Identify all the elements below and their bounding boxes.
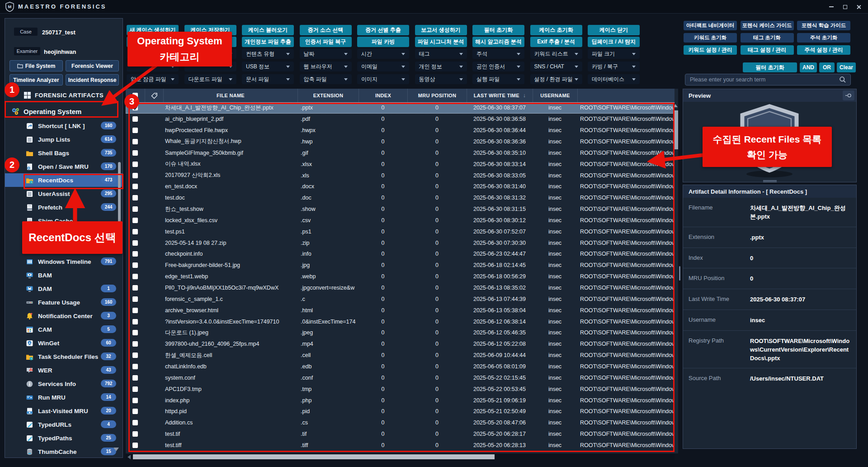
column-header-index[interactable]: INDEX <box>359 89 407 102</box>
table-row[interactable]: system.conf.conf002025-05-22 02:15:45ins… <box>126 372 675 383</box>
row-checkbox[interactable] <box>132 353 138 358</box>
nav-file-system-button[interactable]: File System <box>9 60 63 71</box>
sidebar-item-shell-bags[interactable]: Shell Bags735 <box>5 146 123 160</box>
sidebar-item-windows-timeline[interactable]: Windows Timeline791 <box>5 255 123 268</box>
sidebar-item-dam[interactable]: DAM1 <box>5 282 123 295</box>
toolbar-button-r1-7[interactable]: 필터 초기화 <box>472 25 524 35</box>
filter-reset-button[interactable]: 필터 초기화 <box>743 62 797 72</box>
table-row[interactable]: en_test.docx.docx002025-06-30 08:31:40in… <box>126 181 675 192</box>
sidebar-item-services-info[interactable]: Services Info792 <box>5 377 123 391</box>
table-row[interactable]: 차세대_A.I_발전방향_AI_Chip_완성본.pptx.pptx002025… <box>126 102 675 114</box>
sidebar-item-userassist[interactable]: UserAssist295 <box>5 187 123 200</box>
table-row[interactable]: index.php.php002025-05-21 09:06:19insecR… <box>126 395 675 406</box>
close-button[interactable] <box>852 0 865 14</box>
column-header-extension[interactable]: EXTENSION <box>297 89 359 102</box>
toolbar-button-r1-3[interactable]: 케이스 불러오기 <box>242 25 294 35</box>
minimize-button[interactable] <box>825 0 838 14</box>
table-scroll-up-icon[interactable] <box>673 104 678 107</box>
sort-descending-icon[interactable]: ↓ <box>523 92 526 99</box>
row-checkbox[interactable] <box>132 375 138 381</box>
toolbar-button-r2-8[interactable]: Exif 추출 / 분석 <box>530 37 582 47</box>
row-checkbox[interactable] <box>132 240 138 246</box>
filter-dropdown-r3-4[interactable]: 압축 파일 <box>300 74 352 84</box>
toolbar-button-r2-5[interactable]: 파일 카빙 <box>357 37 409 47</box>
sidebar-item-wer[interactable]: WER43 <box>5 363 123 377</box>
filter-dropdown-r3-9[interactable]: 데이터베이스 <box>588 74 640 84</box>
table-row[interactable]: 한쇼_test.show.show002025-06-30 08:31:15in… <box>126 204 675 215</box>
table-row[interactable]: test.doc.doc002025-06-30 08:31:32insecRO… <box>126 192 675 204</box>
filter-dropdown-r3-5[interactable]: 이미지 <box>357 74 409 84</box>
row-checkbox[interactable] <box>132 431 138 437</box>
row-checkbox[interactable] <box>132 420 138 425</box>
table-row[interactable]: test.ps1.ps1002025-06-30 07:52:07insecRO… <box>126 226 675 237</box>
toolbar-button-r2-3[interactable]: 개인정보 파일 추출 <box>242 37 294 47</box>
preview-resize-handle[interactable] <box>763 180 777 181</box>
row-checkbox[interactable] <box>132 251 138 257</box>
row-checkbox[interactable] <box>132 274 138 279</box>
sidebar-item-prefetch[interactable]: Prefetch244 <box>5 200 123 214</box>
row-checkbox[interactable] <box>132 330 138 335</box>
table-row[interactable]: checkpoint.info.info002025-06-23 02:44:4… <box>126 248 675 260</box>
filter-dropdown-r3-7[interactable]: 실행 파일 <box>472 74 524 84</box>
toolbar-button-r1-9[interactable]: 케이스 닫기 <box>588 25 640 35</box>
table-row[interactable]: Pll0_TO-ji9nAoBMIjXX1b5Oc3i7-mq9wXDwX.jp… <box>126 282 675 294</box>
table-row[interactable]: 다운로드 (1).jpeg.jpeg002025-06-12 05:46:35i… <box>126 327 675 338</box>
sidebar-item-winget[interactable]: WinGet60 <box>5 336 123 350</box>
toolbar-button-r1-5[interactable]: 증거 선별 추출 <box>357 25 409 35</box>
rp-reset-button-1[interactable]: 키워드 초기화 <box>684 33 737 43</box>
sidebar-item-open-save-mru[interactable]: Open / Save MRU170 <box>5 160 123 173</box>
table-row[interactable]: httpd.pid.pid002025-05-21 02:50:49insecR… <box>126 406 675 417</box>
sidebar-item-typedpaths[interactable]: TypedPaths25 <box>5 431 123 445</box>
sidebar-item-recentdocs[interactable]: RecentDocs473 <box>5 173 123 187</box>
filter-dropdown-r1-4[interactable]: 날짜 <box>300 49 352 59</box>
filter-dropdown-r2-9[interactable]: 카빙 / 복구 <box>588 62 640 71</box>
row-checkbox[interactable] <box>132 206 138 212</box>
filter-dropdown-r1-5[interactable]: 시간 <box>357 49 409 59</box>
column-header-mru-position[interactable]: MRU POSITION <box>407 89 467 102</box>
sidebar-scroll-down-icon[interactable] <box>113 448 119 451</box>
column-header-registry-path[interactable] <box>577 89 675 102</box>
table-row[interactable]: Whale_동글키지참신청서.hwp.hwp002025-06-30 08:36… <box>126 136 675 148</box>
or-operator-button[interactable]: OR <box>819 62 835 72</box>
table-row[interactable]: forensic_c_sample_1.c.c002025-06-13 07:4… <box>126 293 675 305</box>
table-row[interactable]: 20170927 산악회2.xls.xls002025-06-30 08:33:… <box>126 170 675 181</box>
filter-dropdown-r3-8[interactable]: 설정 / 환경 파일 <box>530 74 582 84</box>
row-checkbox[interactable] <box>132 162 138 167</box>
rp-nav-button-1[interactable]: 아티팩트 네비게이터 <box>684 21 737 30</box>
table-row[interactable]: hwpProctected File.hwpx.hwpx002025-06-30… <box>126 125 675 136</box>
column-header-file-name[interactable]: FILE NAME <box>163 89 297 102</box>
clear-button[interactable]: Clear <box>837 62 856 72</box>
row-checkbox[interactable] <box>132 398 138 403</box>
sidebar-item-feature-usage[interactable]: Feature Usage160 <box>5 295 123 309</box>
sidebar-item-notification-center[interactable]: Notification Center3 <box>5 309 123 323</box>
row-checkbox[interactable] <box>132 386 138 392</box>
toolbar-button-r2-9[interactable]: 딥페이크 / AI 탐지 <box>588 37 640 47</box>
row-checkbox[interactable] <box>132 139 138 144</box>
table-row[interactable]: ai_chip_blueprint_2.pdf.pdf002025-06-30 … <box>126 114 675 125</box>
rp-manage-button-1[interactable]: 키워드 설정 / 관리 <box>684 45 737 55</box>
rp-manage-button-3[interactable]: 주석 설정 / 관리 <box>797 45 850 55</box>
filter-dropdown-r3-3[interactable]: 문서 파일 <box>242 74 294 84</box>
column-header-last-write-time[interactable]: LAST WRITE TIME↓ <box>467 89 533 102</box>
table-row[interactable]: ?instVersion=3.4.0.0&instExecTime=174971… <box>126 316 675 327</box>
sidebar-item-task-scheduler-files[interactable]: Task Scheduler Files32 <box>5 350 123 363</box>
table-row[interactable]: 2025-05-14 19 08 27.zip.zip002025-06-30 … <box>126 237 675 248</box>
filter-dropdown-r1-8[interactable]: 키워드 리스트 <box>530 49 582 59</box>
rp-manage-button-2[interactable]: 태그 설정 / 관리 <box>741 45 794 55</box>
toolbar-button-r1-6[interactable]: 보고서 생성하기 <box>415 25 467 35</box>
preview-collapse-button[interactable] <box>843 91 854 100</box>
toolbar-button-r2-6[interactable]: 파일 시그니처 분석 <box>415 37 467 47</box>
table-row[interactable]: locked_xlsx_files.csv.csv002025-06-30 08… <box>126 215 675 226</box>
row-checkbox[interactable] <box>132 319 138 324</box>
search-icon[interactable] <box>839 76 846 83</box>
sidebar-item-bam[interactable]: BAM <box>5 268 123 282</box>
row-checkbox[interactable] <box>132 409 138 414</box>
row-checkbox[interactable] <box>132 184 138 189</box>
filter-dropdown-r3-6[interactable]: 동영상 <box>415 74 467 84</box>
filter-dropdown-r2-6[interactable]: 개인 정보 <box>415 62 467 71</box>
row-checkbox[interactable] <box>132 173 138 178</box>
toolbar-button-r1-8[interactable]: 케이스 초기화 <box>530 25 582 35</box>
toolbar-button-r1-4[interactable]: 증거 소스 선택 <box>300 25 352 35</box>
sidebar-item-thumbcache[interactable]: ThumbCache15 <box>5 445 123 458</box>
sidebar-item-run-mru[interactable]: Run MRU14 <box>5 391 123 404</box>
